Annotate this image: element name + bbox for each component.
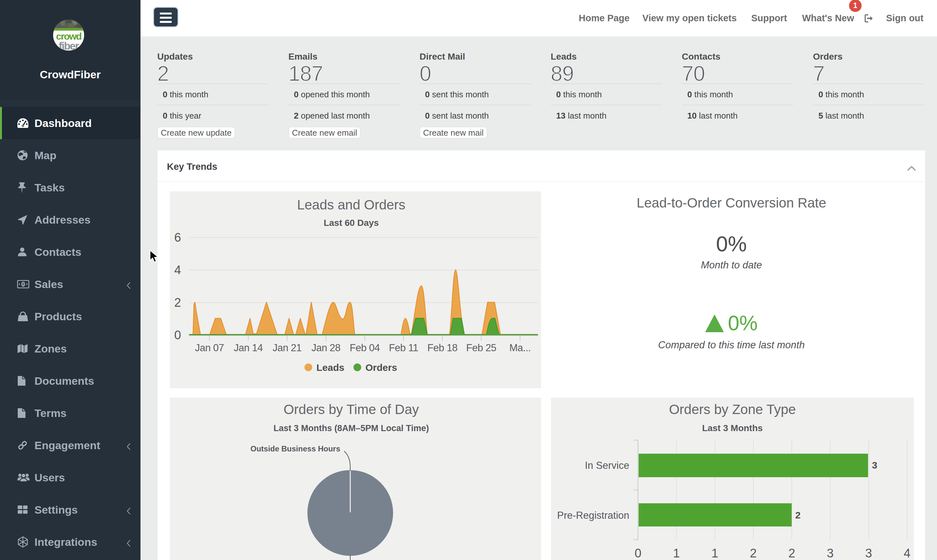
svg-text:2: 2 [174,296,181,309]
svg-text:Pre-Registration: Pre-Registration [557,510,629,521]
svg-text:Jan 14: Jan 14 [234,342,263,354]
svg-text:Jan 07: Jan 07 [195,342,224,354]
svg-text:Ma...: Ma... [509,342,531,354]
svg-text:Feb 04: Feb 04 [349,342,380,354]
svg-text:Leads and Orders: Leads and Orders [297,197,405,212]
svg-text:Outside Business Hours: Outside Business Hours [250,444,340,453]
svg-text:2: 2 [788,546,795,560]
svg-text:Jan 28: Jan 28 [311,342,340,354]
svg-text:0: 0 [634,546,641,560]
svg-text:1: 1 [673,546,680,560]
svg-text:2: 2 [795,510,801,520]
svg-text:Last 3 Months (8AM–5PM Local T: Last 3 Months (8AM–5PM Local Time) [274,423,429,433]
svg-text:1: 1 [711,546,718,560]
svg-text:In Service: In Service [585,460,629,471]
svg-text:Leads: Leads [316,362,345,373]
svg-text:3: 3 [827,546,834,560]
svg-text:Feb 18: Feb 18 [427,342,457,354]
svg-text:Jan 21: Jan 21 [272,342,302,354]
svg-text:0: 0 [22,283,24,286]
svg-text:Feb 11: Feb 11 [389,342,418,354]
svg-text:Orders: Orders [365,362,397,373]
svg-text:2: 2 [750,546,757,560]
svg-text:4: 4 [174,263,181,277]
svg-text:6: 6 [174,231,181,244]
svg-text:Last 60 Days: Last 60 Days [323,218,378,228]
svg-text:Feb 25: Feb 25 [466,342,497,354]
svg-text:3: 3 [872,460,877,471]
svg-text:4: 4 [904,546,911,560]
svg-text:Orders by Zone Type: Orders by Zone Type [669,402,796,417]
svg-text:3: 3 [865,546,872,560]
svg-text:0: 0 [174,328,181,342]
svg-text:Orders by Time of Day: Orders by Time of Day [283,402,419,417]
svg-text:Last 3 Months: Last 3 Months [702,423,763,433]
